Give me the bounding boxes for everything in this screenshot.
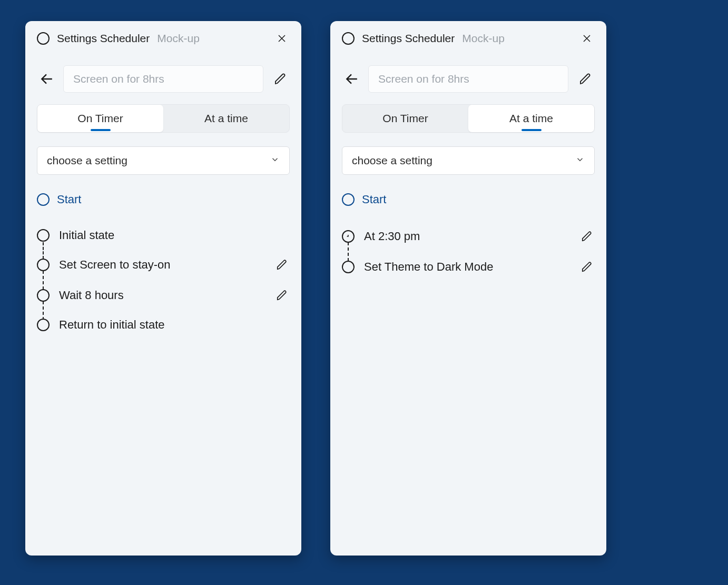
step-item: Return to initial state [37,311,290,339]
step-label: Initial state [59,229,290,242]
window-on-timer: Settings Scheduler Mock-up On Timer At a… [25,21,301,556]
edit-name-button[interactable] [271,70,290,88]
pencil-icon [274,73,287,85]
close-icon [277,34,287,43]
start-row[interactable]: Start [37,193,290,206]
step-node-icon [37,229,50,242]
steps-list: At 2:30 pm Set Theme to Dark Mode [342,221,595,282]
rule-name-input[interactable] [63,65,263,93]
start-node-icon [342,193,355,206]
window-title: Settings Scheduler [57,32,150,45]
trigger-tabs: On Timer At a time [342,104,595,133]
window-at-a-time: Settings Scheduler Mock-up On Timer At a… [330,21,606,556]
setting-select-label: choose a setting [352,154,432,167]
step-label: Set Screen to stay-on [59,258,264,272]
rule-name-input[interactable] [368,65,568,93]
edit-step-button[interactable] [579,259,595,275]
edit-step-button[interactable] [274,257,290,273]
setting-select-label: choose a setting [47,154,127,167]
step-item: Set Screen to stay-on [37,250,290,280]
window-subtitle: Mock-up [157,32,267,45]
step-node-icon [37,259,50,271]
setting-select[interactable]: choose a setting [37,146,290,175]
app-icon [37,32,50,45]
chevron-down-icon [575,154,585,167]
step-node-icon [37,319,50,331]
back-button[interactable] [342,70,361,88]
step-item: Set Theme to Dark Mode [342,252,595,282]
tab-at-a-time[interactable]: At a time [163,105,289,132]
arrow-left-icon [345,72,358,86]
edit-step-button[interactable] [274,287,290,303]
back-button[interactable] [37,70,56,88]
arrow-left-icon [40,72,53,86]
window-title: Settings Scheduler [362,32,455,45]
edit-step-button[interactable] [579,229,595,244]
start-node-icon [37,193,50,206]
close-button[interactable] [274,31,290,46]
close-button[interactable] [579,31,595,46]
start-label: Start [57,193,81,206]
clock-icon [342,230,355,243]
pencil-icon [581,231,593,242]
step-label: At 2:30 pm [364,230,569,243]
close-icon [582,34,592,43]
chevron-down-icon [270,154,280,167]
step-node-icon [37,289,50,302]
pencil-icon [276,259,288,271]
step-item: Wait 8 hours [37,280,290,311]
toolbar [330,54,606,103]
steps-list: Initial state Set Screen to stay-on Wait… [37,221,290,339]
setting-select-wrap: choose a setting [37,146,290,175]
tab-at-a-time[interactable]: At a time [468,105,594,132]
step-label: Wait 8 hours [59,289,264,302]
trigger-tabs: On Timer At a time [37,104,290,133]
pencil-icon [581,261,593,273]
step-item: At 2:30 pm [342,221,595,252]
pencil-icon [276,290,288,301]
toolbar [25,54,301,103]
setting-select-wrap: choose a setting [342,146,595,175]
tab-on-timer[interactable]: On Timer [37,105,163,132]
app-icon [342,32,355,45]
setting-select[interactable]: choose a setting [342,146,595,175]
tab-on-timer[interactable]: On Timer [342,105,468,132]
step-label: Set Theme to Dark Mode [364,260,569,274]
window-subtitle: Mock-up [462,32,572,45]
start-label: Start [362,193,386,206]
step-item: Initial state [37,221,290,250]
titlebar: Settings Scheduler Mock-up [330,21,606,54]
edit-name-button[interactable] [576,70,595,88]
step-node-icon [342,261,355,273]
step-label: Return to initial state [59,318,290,332]
pencil-icon [579,73,592,85]
titlebar: Settings Scheduler Mock-up [25,21,301,54]
start-row[interactable]: Start [342,193,595,206]
